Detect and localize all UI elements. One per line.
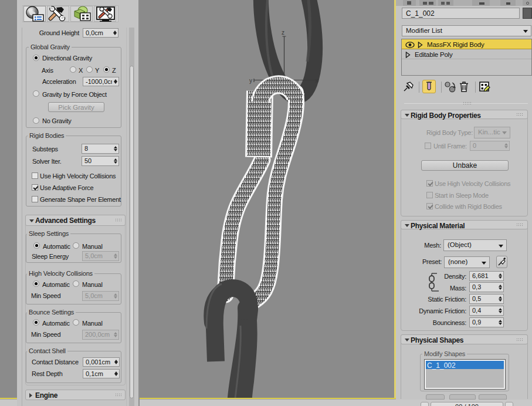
svg-text:y: y xyxy=(249,77,252,84)
svg-text:z: z xyxy=(282,29,284,36)
svg-text:x: x xyxy=(315,77,318,84)
